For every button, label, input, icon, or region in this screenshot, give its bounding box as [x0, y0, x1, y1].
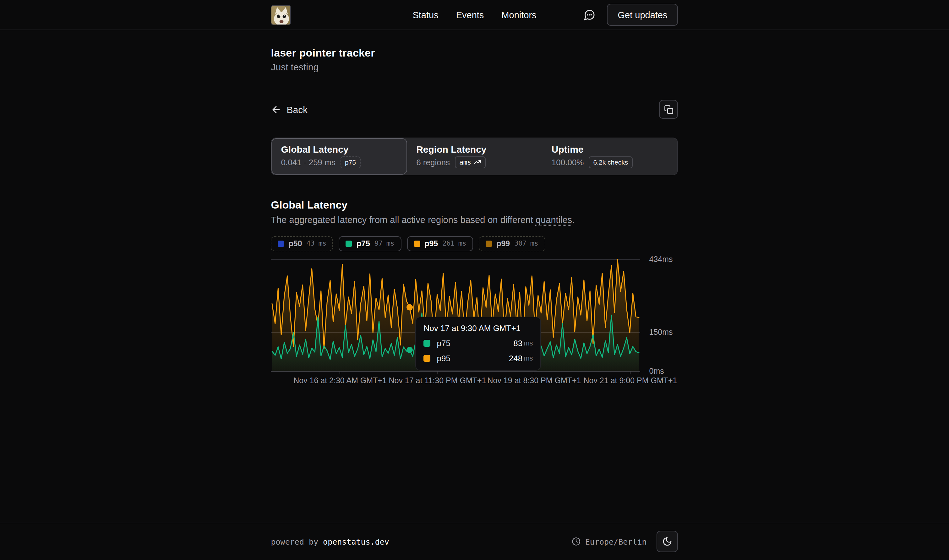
legend-value: 261 ms — [442, 239, 466, 248]
tab-region-latency[interactable]: Region Latency 6 regions ams — [407, 138, 542, 174]
legend-label: p75 — [357, 239, 370, 248]
back-link[interactable]: Back — [271, 104, 308, 115]
tab-title: Global Latency — [281, 144, 398, 154]
nav-links: Status Events Monitors — [412, 0, 536, 29]
p75-swatch — [346, 240, 352, 246]
p95-swatch — [414, 240, 420, 246]
message-bubble-icon — [583, 8, 596, 21]
tooltip-title: Nov 17 at 9:30 AM GMT+1 — [424, 323, 533, 332]
y-axis-labels: 434ms 150ms 0ms — [649, 255, 678, 375]
section-description: The aggregated latency from all active r… — [271, 214, 678, 225]
tooltip-row-p75: p75 83 ms — [424, 338, 533, 348]
tab-title: Region Latency — [416, 144, 533, 154]
tooltip-unit: ms — [524, 339, 533, 347]
tooltip-value: 83 — [513, 338, 522, 348]
tab-title: Uptime — [552, 144, 668, 154]
legend-value: 307 ms — [514, 239, 538, 248]
legend-pill-p95[interactable]: p95 261 ms — [407, 236, 473, 251]
page-subtitle: Just testing — [271, 62, 678, 72]
nav-link-monitors[interactable]: Monitors — [501, 10, 536, 20]
x-tick-2: Nov 17 at 11:30 PM GMT+1 — [389, 376, 486, 385]
checks-badge: 6.2k checks — [589, 156, 632, 168]
tab-global-latency[interactable]: Global Latency 0.041 - 259 ms p75 — [272, 138, 407, 174]
x-tick-3: Nov 19 at 8:30 PM GMT+1 — [487, 376, 581, 385]
powered-by-prefix: powered by — [271, 537, 323, 546]
trending-up-icon — [474, 158, 481, 166]
back-label: Back — [287, 104, 308, 115]
logo-image[interactable] — [271, 5, 291, 25]
legend-label: p99 — [496, 239, 510, 248]
timezone-label: Europe/Berlin — [585, 537, 647, 546]
x-axis-labels: Nov 16 at 2:30 AM GMT+1 Nov 17 at 11:30 … — [271, 376, 678, 387]
latency-chart: 434ms 150ms 0ms Nov 16 at 2:30 AM GMT+1 … — [271, 255, 678, 389]
legend-label: p50 — [289, 239, 302, 248]
section-desc-period: . — [572, 214, 575, 225]
clock-icon — [572, 537, 581, 546]
tab-value: 100.00% — [552, 158, 584, 167]
x-tick-4: Nov 21 at 9:00 PM GMT+1 — [583, 376, 677, 385]
quantiles-link[interactable]: quantiles — [535, 214, 572, 225]
theme-toggle-button[interactable] — [657, 531, 678, 552]
legend-value: 43 ms — [307, 239, 326, 248]
powered-by: powered by openstatus.dev — [271, 537, 389, 546]
section-title: Global Latency — [271, 199, 678, 211]
legend-label: p95 — [425, 239, 438, 248]
tooltip-label: p95 — [437, 353, 451, 363]
tab-value: 0.041 - 259 ms — [281, 158, 335, 167]
p75-swatch — [424, 340, 431, 346]
top-nav: Status Events Monitors Get updates — [0, 0, 949, 30]
quantile-badge: p75 — [340, 156, 360, 168]
copy-icon — [664, 105, 674, 114]
region-badge: ams — [455, 156, 486, 168]
legend-value: 97 ms — [374, 239, 394, 248]
legend-pill-p75[interactable]: p75 97 ms — [339, 236, 401, 251]
footer: powered by openstatus.dev Europe/Berlin — [0, 522, 949, 560]
y-tick-max: 434ms — [649, 255, 673, 263]
cat-logo-icon — [272, 5, 291, 25]
p95-swatch — [424, 355, 431, 362]
page-title: laser pointer tracker — [271, 47, 678, 60]
legend-pill-p50[interactable]: p50 43 ms — [271, 236, 333, 251]
tooltip-value: 248 — [509, 353, 522, 363]
tooltip-unit: ms — [524, 354, 533, 362]
openstatus-link[interactable]: openstatus.dev — [323, 537, 389, 546]
nav-link-events[interactable]: Events — [456, 10, 484, 20]
y-tick-mid: 150ms — [649, 328, 673, 336]
metric-tabs: Global Latency 0.041 - 259 ms p75 Region… — [271, 138, 678, 175]
x-tick-1: Nov 16 at 2:30 AM GMT+1 — [294, 376, 387, 385]
section-desc-text: The aggregated latency from all active r… — [271, 214, 536, 225]
arrow-left-icon — [271, 104, 282, 115]
moon-icon — [663, 537, 672, 546]
p50-swatch — [278, 240, 284, 246]
feedback-button[interactable] — [583, 8, 596, 21]
y-tick-zero: 0ms — [649, 366, 664, 375]
region-badge-label: ams — [459, 158, 471, 166]
timezone: Europe/Berlin — [572, 537, 647, 546]
tab-uptime[interactable]: Uptime 100.00% 6.2k checks — [542, 138, 678, 174]
status-page: Status Events Monitors Get updates la — [0, 0, 949, 560]
tab-value: 6 regions — [416, 158, 450, 167]
p99-swatch — [486, 240, 492, 246]
chart-tooltip: Nov 17 at 9:30 AM GMT+1 p75 83 ms p95 24… — [415, 316, 541, 370]
nav-link-status[interactable]: Status — [412, 10, 438, 20]
copy-link-button[interactable] — [659, 100, 678, 119]
chart-legend: p50 43 ms p75 97 ms p95 261 ms p99 307 m… — [271, 236, 678, 251]
tooltip-label: p75 — [437, 338, 451, 348]
main-content: laser pointer tracker Just testing Back — [0, 30, 949, 522]
legend-pill-p99[interactable]: p99 307 ms — [479, 236, 545, 251]
tooltip-row-p95: p95 248 ms — [424, 353, 533, 363]
get-updates-button[interactable]: Get updates — [607, 4, 678, 26]
